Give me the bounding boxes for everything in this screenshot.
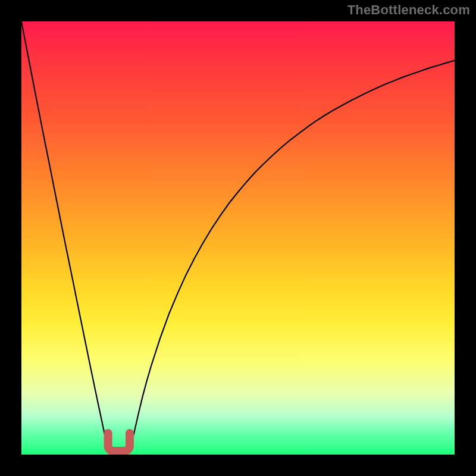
bottleneck-curve [21, 21, 455, 455]
chart-frame: TheBottleneck.com [0, 0, 476, 476]
marker-band [108, 433, 130, 451]
watermark-text: TheBottleneck.com [347, 2, 470, 18]
plot-area [21, 21, 455, 455]
curve-svg [21, 21, 455, 455]
